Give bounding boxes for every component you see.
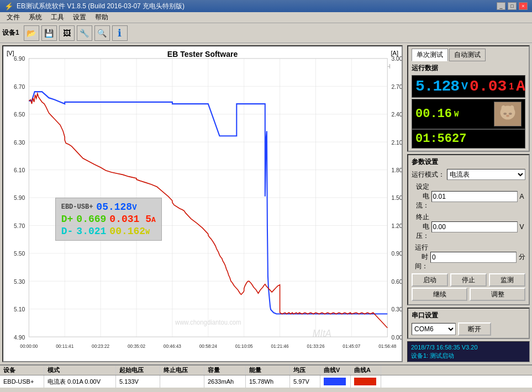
cell-start-v: 5.133V: [116, 375, 160, 388]
svg-text:5.90: 5.90: [14, 194, 25, 201]
tab-auto[interactable]: 自动测试: [449, 49, 486, 61]
svg-text:2.10: 2.10: [391, 139, 402, 145]
overlay-current: 0.031 5A: [109, 214, 155, 225]
title-bar: ⚡ EB测试系统软件 V1.8.5 (Build 2016-03-07 充电头特…: [0, 0, 532, 12]
header-mode: 模式: [44, 365, 116, 375]
voltage-unit2: V: [520, 223, 526, 231]
adjust-button[interactable]: 调整: [470, 288, 525, 301]
svg-text:1.20: 1.20: [391, 223, 402, 229]
svg-text:5.70: 5.70: [14, 223, 25, 229]
minimize-button[interactable]: _: [497, 2, 505, 10]
svg-text:00:46:43: 00:46:43: [164, 343, 181, 349]
overlay-voltage: 05.128V: [96, 202, 136, 213]
save-button[interactable]: 💾: [41, 25, 57, 41]
svg-text:5.30: 5.30: [14, 278, 25, 284]
voltage-current-display: 5.128 V 0.03 1 A: [412, 75, 525, 98]
svg-text:www.chongdiantou.com: www.chongdiantou.com: [175, 319, 241, 326]
svg-text:6.10: 6.10: [14, 167, 25, 173]
log-box: 2018/7/3 16:58:35 V3.20 设备1: 测试启动: [407, 341, 530, 362]
svg-text:01:10:05: 01:10:05: [235, 343, 253, 349]
svg-text:4.90: 4.90: [14, 333, 25, 340]
curve-v-swatch: [324, 378, 346, 385]
time-input[interactable]: [430, 252, 517, 263]
cell-capacity: 2633mAh: [204, 375, 246, 388]
svg-text:00:58:24: 00:58:24: [199, 343, 217, 349]
monitor-button[interactable]: 监测: [489, 273, 525, 287]
menu-bar: 文件 系统 工具 设置 帮助: [0, 12, 532, 23]
disconnect-button[interactable]: 断开: [458, 322, 491, 336]
mode-select[interactable]: 电流表: [447, 169, 525, 180]
svg-text:5.50: 5.50: [14, 250, 25, 257]
time-unit: 分: [519, 252, 525, 262]
serial-row: COM6 断开: [412, 322, 525, 336]
voltage-input[interactable]: [431, 221, 518, 232]
tab-single[interactable]: 单次测试: [412, 49, 448, 61]
overlay-dplus-label: D+: [61, 214, 73, 225]
chart-container: [V] [A] EB Tester Software ZKETECH: [2, 45, 403, 362]
svg-text:0.90: 0.90: [391, 250, 402, 257]
header-capacity: 容量: [204, 365, 246, 375]
mode-row: 运行模式： 电流表: [412, 169, 525, 180]
menu-help[interactable]: 帮助: [91, 12, 113, 23]
stop-button[interactable]: 停止: [450, 273, 487, 287]
svg-text:0.30: 0.30: [391, 306, 402, 312]
svg-text:MItA: MItA: [313, 329, 331, 340]
svg-point-57: [510, 105, 514, 112]
maximize-button[interactable]: □: [508, 2, 517, 10]
menu-tools[interactable]: 工具: [46, 12, 69, 23]
power-display: 00.16: [415, 107, 452, 121]
image-button[interactable]: 🖼: [59, 25, 75, 41]
search-button[interactable]: 🔍: [94, 25, 110, 41]
svg-text:00:23:22: 00:23:22: [92, 343, 109, 349]
voltage-unit: V: [461, 80, 467, 93]
voltage-row: 终止电压： V: [412, 213, 525, 241]
param-title: 参数设置: [412, 157, 525, 167]
time-label: 运行时间：: [412, 243, 428, 271]
svg-text:2.70: 2.70: [391, 83, 402, 89]
log-line-2: 设备1: 测试启动: [411, 352, 526, 360]
svg-text:0.00: 0.00: [391, 333, 402, 340]
voltage-display: 5.128: [415, 78, 459, 95]
close-button[interactable]: ×: [519, 2, 528, 10]
cell-mode: 电流表 0.01A 0.00V: [44, 375, 116, 388]
timer-display: 01:5627: [415, 132, 466, 146]
header-energy: 能量: [246, 365, 290, 375]
toolbar: 设备1 📂 💾 🖼 🔧 🔍 ℹ: [0, 23, 532, 43]
menu-file[interactable]: 文件: [2, 12, 24, 23]
start-button[interactable]: 启动: [412, 273, 448, 287]
menu-settings[interactable]: 设置: [69, 12, 91, 23]
tabs-row: 单次测试 自动测试: [412, 49, 525, 61]
header-device: 设备: [0, 365, 44, 375]
cat-thumbnail: [494, 102, 522, 126]
settings-button[interactable]: 🔧: [77, 25, 92, 41]
current-a: A: [516, 78, 525, 95]
cell-curve-v: [320, 375, 351, 388]
continue-button[interactable]: 继续: [412, 288, 467, 301]
svg-text:1.50: 1.50: [391, 194, 402, 201]
title-bar-left: ⚡ EB测试系统软件 V1.8.5 (Build 2016-03-07 充电头特…: [4, 2, 185, 11]
chart-inner: [V] [A] EB Tester Software ZKETECH: [3, 46, 402, 361]
overlay-power: 00.162W: [109, 226, 150, 237]
svg-text:01:45:07: 01:45:07: [343, 343, 360, 349]
header-avg-v: 均压: [290, 365, 320, 375]
time-row: 运行时间： 分: [412, 243, 525, 271]
svg-point-56: [501, 105, 505, 112]
power-timer-display: 00.16 W: [412, 99, 525, 129]
open-button[interactable]: 📂: [24, 25, 39, 41]
title-bar-controls[interactable]: _ □ ×: [497, 2, 528, 10]
current-display: 0.03: [470, 78, 507, 95]
power-unit: W: [454, 110, 459, 119]
table-header: 设备 模式 起始电压 终止电压 容量 能量 均压 曲线V 曲线A: [0, 365, 532, 375]
com-select[interactable]: COM6: [412, 323, 456, 335]
current-input[interactable]: [431, 191, 518, 202]
cell-end-v: [160, 375, 204, 388]
mode-label: 运行模式：: [412, 170, 445, 179]
svg-text:01:33:26: 01:33:26: [307, 343, 324, 349]
menu-system[interactable]: 系统: [24, 12, 46, 23]
run-data-section: 单次测试 自动测试 运行数据 5.128 V 0.03 1 A 00.16 W: [407, 45, 530, 152]
header-start-v: 起始电压: [116, 365, 160, 375]
overlay-box: EBD-USB+ 05.128V D+ 0.669 0.031 5A D- 3.…: [55, 198, 162, 241]
info-button[interactable]: ℹ: [112, 25, 128, 41]
main-area: [V] [A] EB Tester Software ZKETECH: [0, 43, 532, 364]
cell-avg-v: 5.97V: [290, 375, 320, 388]
